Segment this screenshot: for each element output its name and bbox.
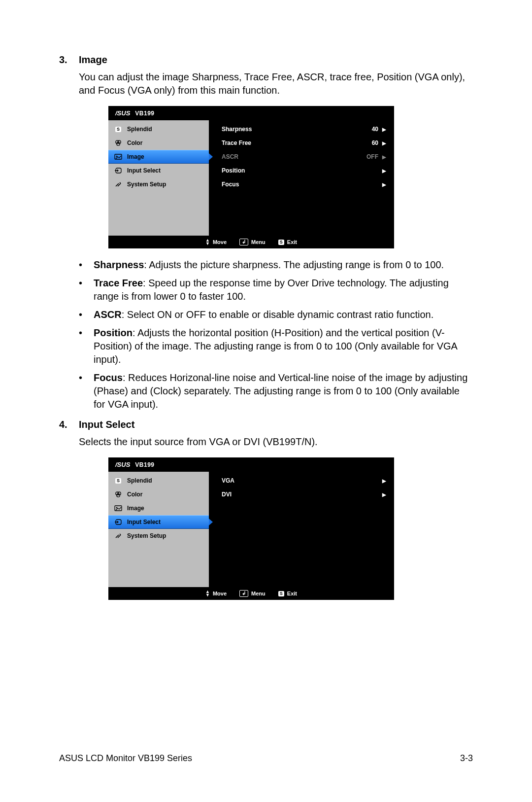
bullet-icon: • <box>79 326 94 366</box>
term: Trace Free <box>94 278 143 288</box>
section-title: Image <box>79 54 107 66</box>
hint-move: ▲▼ Move <box>205 590 227 597</box>
menu-item-input[interactable]: Input Select <box>108 515 209 529</box>
osd-body: S Splendid Color Image <box>108 472 394 587</box>
menu-label: Image <box>127 505 144 512</box>
osd-screenshot-input: /SUS VB199 S Splendid Color <box>108 457 394 600</box>
section-input-header: 4. Input Select <box>59 419 473 430</box>
footer-right: 3-3 <box>460 753 473 764</box>
chevron-right-icon: ▶ <box>382 168 386 174</box>
hint-exit: S Exit <box>278 239 297 245</box>
panel-label: DVI <box>222 491 360 498</box>
list-item: •Trace Free: Speed up the response time … <box>79 277 473 303</box>
osd-menu: S Splendid Color Image <box>108 472 209 587</box>
section-number: 3. <box>59 54 79 66</box>
image-icon <box>114 505 122 512</box>
osd-footer: ▲▼ Move ↲ Menu S Exit <box>108 587 394 600</box>
s-badge-icon: S <box>278 591 284 596</box>
panel-label: Trace Free <box>222 139 360 146</box>
image-icon <box>114 153 122 160</box>
chevron-right-icon: ▶ <box>382 492 386 497</box>
panel-item-vga[interactable]: VGA ▶ <box>209 474 394 488</box>
list-item: •Focus: Reduces Horizonal-line noise and… <box>79 371 473 411</box>
menu-item-image[interactable]: Image <box>108 150 209 164</box>
color-icon <box>114 139 122 146</box>
menu-item-splendid[interactable]: S Splendid <box>108 474 209 488</box>
hint-label: Exit <box>287 591 297 596</box>
footer-left: ASUS LCD Monitor VB199 Series <box>59 753 192 764</box>
menu-item-color[interactable]: Color <box>108 488 209 501</box>
updown-icon: ▲▼ <box>205 590 210 597</box>
panel-label: ASCR <box>222 153 360 160</box>
menu-item-color[interactable]: Color <box>108 136 209 150</box>
chevron-right-icon: ▶ <box>382 127 386 132</box>
menu-label: Splendid <box>127 126 152 133</box>
bullet-icon: • <box>79 277 94 303</box>
osd-menu: S Splendid Color Image <box>108 120 209 236</box>
term: Position <box>94 327 133 338</box>
menu-label: Input Select <box>127 519 161 525</box>
menu-item-system[interactable]: System Setup <box>108 177 209 191</box>
tools-icon <box>114 181 122 188</box>
image-bullet-list: •Sharpness: Adjusts the picture sharpnes… <box>79 258 473 411</box>
chevron-right-icon: ▶ <box>382 182 386 187</box>
splendid-icon: S <box>114 126 122 133</box>
osd-titlebar: /SUS VB199 <box>108 457 394 472</box>
term-text: : Reduces Horizonal-line noise and Verti… <box>94 372 467 410</box>
input-icon <box>114 167 122 174</box>
panel-item-focus[interactable]: Focus ▶ <box>209 177 394 191</box>
panel-label: Position <box>222 167 360 174</box>
panel-value: 40 <box>360 126 382 133</box>
term-text: : Adjusts the picture sharpness. The adj… <box>144 259 444 270</box>
chevron-right-icon: ▶ <box>382 140 386 146</box>
menu-item-image[interactable]: Image <box>108 501 209 515</box>
section-image-header: 3. Image <box>59 54 473 66</box>
panel-item-dvi[interactable]: DVI ▶ <box>209 488 394 501</box>
page-footer: ASUS LCD Monitor VB199 Series 3-3 <box>59 753 473 764</box>
bullet-icon: • <box>79 371 94 411</box>
svg-point-10 <box>116 507 118 509</box>
menu-item-splendid[interactable]: S Splendid <box>108 122 209 136</box>
enter-icon: ↲ <box>239 590 248 597</box>
section-image-desc: You can adjust the image Sharpness, Trac… <box>79 70 473 97</box>
hint-label: Move <box>213 591 227 596</box>
menu-item-input[interactable]: Input Select <box>108 164 209 177</box>
term-text: : Adjusts the horizontal position (H-Pos… <box>94 327 457 365</box>
panel-item-ascr: ASCR OFF ▶ <box>209 150 394 164</box>
chevron-right-icon: ▶ <box>382 478 386 484</box>
panel-label: VGA <box>222 477 360 484</box>
menu-label: Color <box>127 139 142 146</box>
hint-menu: ↲ Menu <box>239 590 266 597</box>
panel-value: 60 <box>360 139 382 146</box>
term: Sharpness <box>94 259 144 270</box>
panel-item-sharpness[interactable]: Sharpness 40 ▶ <box>209 122 394 136</box>
list-item: •Position: Adjusts the horizontal positi… <box>79 326 473 366</box>
osd-body: S Splendid Color Image <box>108 120 394 236</box>
osd-screenshot-image: /SUS VB199 S Splendid Color <box>108 106 394 248</box>
section-number: 4. <box>59 419 79 430</box>
osd-footer: ▲▼ Move ↲ Menu S Exit <box>108 236 394 248</box>
panel-label: Focus <box>222 181 360 188</box>
hint-label: Exit <box>287 239 297 245</box>
asus-logo: /SUS <box>115 109 130 117</box>
menu-label: Input Select <box>127 167 161 174</box>
osd-model: VB199 <box>135 461 154 468</box>
asus-logo: /SUS <box>115 461 130 468</box>
chevron-right-icon: ▶ <box>382 154 386 160</box>
input-icon <box>114 519 122 525</box>
panel-value: OFF <box>360 153 382 160</box>
panel-item-tracefree[interactable]: Trace Free 60 ▶ <box>209 136 394 150</box>
hint-exit: S Exit <box>278 591 297 596</box>
menu-item-system[interactable]: System Setup <box>108 529 209 543</box>
panel-item-position[interactable]: Position ▶ <box>209 164 394 177</box>
section-title: Input Select <box>79 419 134 430</box>
color-icon <box>114 491 122 498</box>
osd-titlebar: /SUS VB199 <box>108 106 394 120</box>
bullet-icon: • <box>79 308 94 321</box>
menu-label: Image <box>127 153 144 160</box>
manual-page: 3. Image You can adjust the image Sharpn… <box>0 0 532 802</box>
hint-label: Menu <box>251 239 266 245</box>
section-input-desc: Selects the input source from VGA or DVI… <box>79 435 473 449</box>
updown-icon: ▲▼ <box>205 239 210 245</box>
bullet-icon: • <box>79 258 94 272</box>
